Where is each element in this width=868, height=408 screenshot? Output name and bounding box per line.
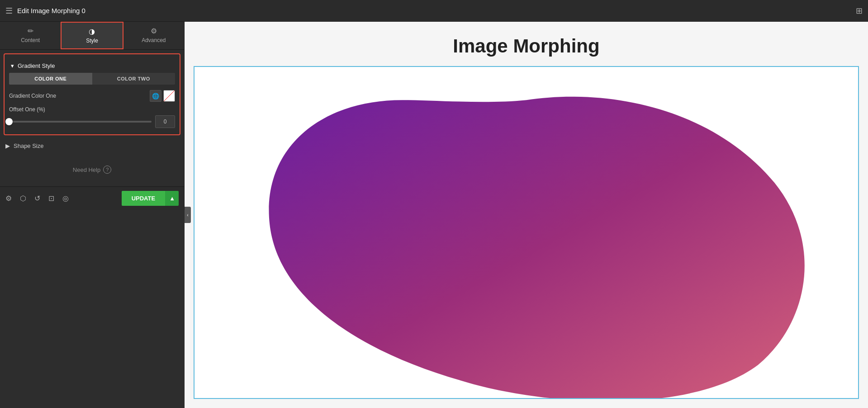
help-icon[interactable]: ? — [103, 166, 111, 174]
main-layout: ✏ Content ◑ Style ⚙ Advanced ▾ — [0, 22, 868, 408]
gradient-color-controls: 🌐 — [150, 90, 175, 102]
shape-size-title: Shape Size — [14, 142, 44, 149]
color-tab-two[interactable]: COLOR TWO — [92, 73, 175, 85]
content-icon: ✏ — [28, 27, 33, 35]
update-button[interactable]: UPDATE — [122, 191, 165, 206]
bottom-toolbar: ⚙ ⬡ ↺ ⊡ ◎ UPDATE ▲ — [0, 186, 184, 210]
tab-advanced-label: Advanced — [142, 37, 166, 43]
morph-svg — [194, 67, 858, 398]
globe-button[interactable]: 🌐 — [150, 90, 161, 102]
offset-row: Offset One (%) — [9, 106, 175, 128]
device-icon[interactable]: ⊡ — [48, 194, 54, 203]
shape-size-arrow: ▶ — [5, 142, 10, 149]
offset-label: Offset One (%) — [9, 106, 175, 113]
layers-icon[interactable]: ⬡ — [20, 194, 26, 203]
top-bar-title: Edit Image Morphing 0 — [17, 7, 85, 14]
gradient-style-header[interactable]: ▾ Gradient Style — [9, 59, 175, 73]
tab-bar: ✏ Content ◑ Style ⚙ Advanced — [0, 22, 184, 50]
canvas-title: Image Morphing — [453, 35, 599, 57]
slider-thumb[interactable] — [5, 118, 13, 125]
color-tab-one[interactable]: COLOR ONE — [9, 73, 92, 85]
update-btn-group: UPDATE ▲ — [122, 191, 179, 206]
view-icon[interactable]: ◎ — [62, 194, 69, 203]
tab-content[interactable]: ✏ Content — [0, 22, 61, 49]
gradient-color-one-label: Gradient Color One — [9, 93, 56, 99]
top-bar: ☰ Edit Image Morphing 0 ⊞ — [0, 0, 868, 22]
gradient-arrow-icon: ▾ — [11, 62, 14, 69]
shape-container — [194, 66, 859, 399]
slider-container — [9, 115, 175, 128]
collapse-arrow[interactable]: ‹ — [185, 207, 191, 223]
shape-size-section: ▶ Shape Size — [4, 139, 180, 153]
advanced-icon: ⚙ — [151, 27, 157, 35]
settings-icon[interactable]: ⚙ — [5, 194, 12, 203]
tab-content-label: Content — [21, 37, 40, 43]
tab-style[interactable]: ◑ Style — [61, 22, 123, 49]
bottom-left-icons: ⚙ ⬡ ↺ ⊡ ◎ — [5, 194, 69, 203]
globe-icon: 🌐 — [152, 93, 159, 100]
need-help-label: Need Help — [73, 166, 100, 173]
sidebar: ✏ Content ◑ Style ⚙ Advanced ▾ — [0, 22, 185, 210]
hamburger-icon[interactable]: ☰ — [5, 6, 13, 16]
style-icon: ◑ — [89, 27, 95, 36]
help-question: ? — [106, 167, 109, 172]
update-arrow-button[interactable]: ▲ — [165, 191, 179, 206]
gradient-color-one-row: Gradient Color One 🌐 — [9, 90, 175, 102]
sidebar-wrapper: ✏ Content ◑ Style ⚙ Advanced ▾ — [0, 22, 185, 408]
history-icon[interactable]: ↺ — [34, 194, 40, 203]
grid-icon[interactable]: ⊞ — [856, 6, 863, 16]
slash-button[interactable] — [163, 90, 175, 102]
gradient-style-title: Gradient Style — [18, 62, 55, 69]
slider-track[interactable] — [9, 121, 152, 123]
shape-size-header[interactable]: ▶ Shape Size — [5, 142, 179, 149]
top-bar-left: ☰ Edit Image Morphing 0 — [5, 6, 85, 16]
canvas-area: Image Morphing — [185, 22, 868, 408]
sidebar-content: ▾ Gradient Style COLOR ONE COLOR TWO Gra… — [0, 50, 184, 186]
color-tabs: COLOR ONE COLOR TWO — [9, 73, 175, 85]
offset-input[interactable] — [155, 115, 175, 128]
tab-advanced[interactable]: ⚙ Advanced — [123, 22, 184, 49]
need-help-row[interactable]: Need Help ? — [4, 157, 180, 183]
tab-style-label: Style — [86, 38, 98, 44]
gradient-style-section: ▾ Gradient Style COLOR ONE COLOR TWO Gra… — [4, 53, 180, 135]
